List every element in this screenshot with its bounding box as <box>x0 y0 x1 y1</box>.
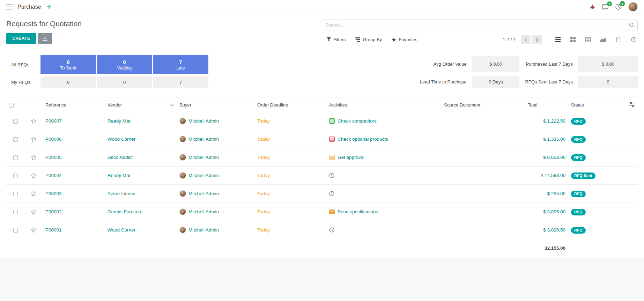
vendor-link[interactable]: Azure Interior <box>108 191 136 196</box>
vendor-link[interactable]: Ready Mat <box>108 118 130 124</box>
buyer-link[interactable]: Mitchell Admin <box>188 155 219 160</box>
column-header-vendor[interactable]: Vendor <box>105 97 177 112</box>
user-avatar[interactable] <box>628 2 638 12</box>
total-sum: 32,155.00 <box>525 239 568 257</box>
activity-cell[interactable]: Send specifications <box>329 209 438 214</box>
upload-button[interactable] <box>38 33 52 44</box>
add-icon[interactable] <box>47 5 51 9</box>
apps-menu-icon[interactable] <box>6 5 13 9</box>
pager-range: 1-7 / 7 <box>503 37 516 42</box>
row-checkbox[interactable] <box>13 119 18 124</box>
app-name[interactable]: Purchase <box>17 4 41 10</box>
view-activity-button[interactable] <box>631 37 636 42</box>
activity-label[interactable]: Send specifications <box>338 209 378 214</box>
buyer-link[interactable]: Mitchell Admin <box>188 137 219 142</box>
activity-cell[interactable] <box>329 191 438 196</box>
activities-menu-icon[interactable]: 1 <box>615 4 621 10</box>
filters-button[interactable]: Filters <box>327 37 346 42</box>
buyer-link[interactable]: Mitchell Admin <box>188 191 219 196</box>
select-all-checkbox[interactable] <box>9 103 14 108</box>
row-checkbox[interactable] <box>13 137 18 142</box>
debug-bug-icon[interactable] <box>590 4 595 9</box>
favorites-button[interactable]: Favorites <box>392 37 417 42</box>
view-kanban-button[interactable] <box>570 37 576 42</box>
reference-link[interactable]: P00003 <box>45 191 62 196</box>
table-row[interactable]: P00002Gemini FurnitureMitchell AdminToda… <box>6 203 638 221</box>
row-checkbox[interactable] <box>13 192 18 196</box>
table-row[interactable]: P00007Ready MatMitchell AdminTodayCheck … <box>6 112 638 130</box>
view-calendar-button[interactable] <box>616 37 621 42</box>
row-checkbox[interactable] <box>13 155 18 160</box>
activity-cell[interactable]: Check optional products <box>329 137 438 142</box>
table-row[interactable]: P00004Ready MatMitchell AdminToday$ 14,5… <box>6 167 638 185</box>
column-header-reference[interactable]: Reference <box>43 97 105 112</box>
reference-link[interactable]: P00005 <box>45 155 62 160</box>
row-checkbox[interactable] <box>13 174 18 178</box>
favorite-star-icon[interactable] <box>31 191 37 197</box>
favorite-star-icon[interactable] <box>31 227 37 233</box>
optional-columns-icon[interactable] <box>629 102 635 107</box>
favorite-star-icon[interactable] <box>31 155 37 160</box>
favorite-star-icon[interactable] <box>31 137 37 142</box>
row-checkbox[interactable] <box>13 228 18 233</box>
pager-next-button[interactable] <box>532 35 542 44</box>
buyer-link[interactable]: Mitchell Admin <box>188 209 219 214</box>
column-header-buyer[interactable]: Buyer <box>177 97 254 112</box>
reference-link[interactable]: P00002 <box>45 209 62 214</box>
group-by-label: Group By <box>363 37 382 42</box>
buyer-link[interactable]: Mitchell Admin <box>188 173 219 178</box>
vendor-link[interactable]: Ready Mat <box>108 173 130 178</box>
table-row[interactable]: P00006Wood CornerMitchell AdminTodayChec… <box>6 130 638 148</box>
buyer-avatar <box>179 190 186 197</box>
my-waiting-count[interactable]: 0 <box>97 76 152 88</box>
view-graph-button[interactable] <box>600 37 606 42</box>
column-header-order-deadline[interactable]: Order Deadline <box>254 97 326 112</box>
activity-cell[interactable]: Check competitors <box>329 118 438 124</box>
pager-previous-button[interactable] <box>521 35 531 44</box>
status-badge: RFQ <box>571 154 586 161</box>
create-button[interactable]: CREATE <box>6 33 36 44</box>
favorite-star-icon[interactable] <box>31 209 37 215</box>
favorite-star-icon[interactable] <box>31 118 37 124</box>
row-checkbox[interactable] <box>13 210 18 214</box>
vendor-link[interactable]: Wood Corner <box>108 227 135 233</box>
group-by-button[interactable]: Group By <box>355 37 382 42</box>
status-badge: RFQ <box>571 118 586 125</box>
buyer-link[interactable]: Mitchell Admin <box>188 227 219 233</box>
search-icon[interactable] <box>629 22 635 29</box>
column-header-activities[interactable]: Activities <box>326 97 441 112</box>
table-row[interactable]: P00001Wood CornerMitchell AdminToday$ 3,… <box>6 221 638 239</box>
messages-icon[interactable]: 5 <box>602 4 608 10</box>
my-late-count[interactable]: 7 <box>153 76 208 88</box>
vendor-link[interactable]: Gemini Furniture <box>108 209 143 214</box>
reference-link[interactable]: P00004 <box>45 173 62 178</box>
order-deadline: Today <box>257 137 270 142</box>
card-late[interactable]: 7 Late <box>153 55 208 74</box>
vendor-link[interactable]: Wood Corner <box>108 137 135 142</box>
table-row[interactable]: P00005Deco AddictMitchell AdminTodayGet … <box>6 148 638 167</box>
card-to-send[interactable]: 6 To Send <box>40 55 96 74</box>
activity-label[interactable]: Check optional products <box>338 137 388 142</box>
column-header-source-document[interactable]: Source Document <box>441 97 525 112</box>
view-pivot-button[interactable] <box>585 37 591 42</box>
column-header-status[interactable]: Status <box>568 97 614 112</box>
favorite-star-icon[interactable] <box>31 173 37 178</box>
reference-link[interactable]: P00006 <box>45 137 62 142</box>
reference-link[interactable]: P00007 <box>45 118 62 124</box>
my-to-send-count[interactable]: 6 <box>40 76 96 88</box>
column-header-total[interactable]: Total <box>525 97 568 112</box>
chevron-left-icon <box>524 38 527 42</box>
reference-link[interactable]: P00001 <box>45 227 62 233</box>
table-row[interactable]: P00003Azure InteriorMitchell AdminToday$… <box>6 185 638 203</box>
vendor-link[interactable]: Deco Addict <box>108 155 133 160</box>
activity-label[interactable]: Get approval <box>338 155 364 160</box>
card-waiting[interactable]: 0 Waiting <box>97 55 152 74</box>
activity-label[interactable]: Check competitors <box>338 118 377 124</box>
activity-cell[interactable] <box>329 173 438 178</box>
activity-cell[interactable]: Get approval <box>329 155 438 160</box>
view-list-button[interactable] <box>555 37 561 42</box>
search-input[interactable] <box>322 20 638 30</box>
buyer-link[interactable]: Mitchell Admin <box>188 118 219 124</box>
source-document-cell <box>441 221 525 239</box>
activity-cell[interactable] <box>329 227 438 233</box>
